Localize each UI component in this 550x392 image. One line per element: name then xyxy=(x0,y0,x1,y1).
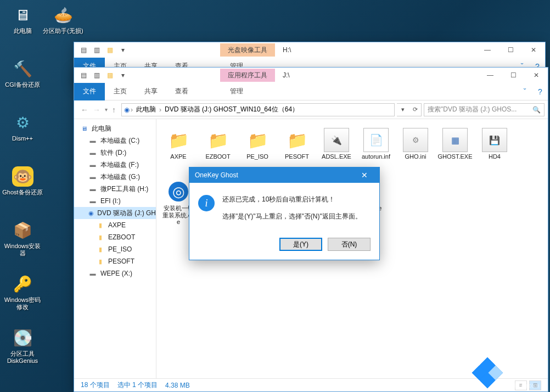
file-label: AXPE xyxy=(170,153,186,160)
back-icon[interactable]: ← xyxy=(81,105,88,114)
contextual-tab-disc-image-tools[interactable]: 光盘映像工具 xyxy=(220,43,275,57)
search-input[interactable]: 搜索"DVD 驱动器 (J:) GHOS... 🔍 xyxy=(424,103,545,116)
up-icon[interactable]: ↑ xyxy=(112,105,116,114)
desktop-icon-Windows安装器[interactable]: Windows安装器 xyxy=(2,219,43,257)
tree-item-label: EZBOOT xyxy=(108,233,135,241)
folder-icon: ▮ xyxy=(96,245,105,253)
tab-manage[interactable]: 管理 xyxy=(221,83,252,100)
ini-icon: ⚙ xyxy=(403,128,428,152)
file-label: GHO.ini xyxy=(405,153,426,160)
tree-item[interactable]: ▬本地磁盘 (F:) xyxy=(74,159,156,171)
close-button[interactable]: ✕ xyxy=(522,42,545,58)
desktop-icon-Ghost备份还原[interactable]: Ghost备份还原 xyxy=(2,165,43,196)
tree-item-label: AXPE xyxy=(108,221,126,229)
desktop-icon-label: 此电脑 xyxy=(2,27,43,35)
tree-item-label: 本地磁盘 (F:) xyxy=(100,160,139,170)
breadcrumb-path[interactable]: DVD 驱动器 (J:) GHOST_WIN10_64位（64） xyxy=(162,105,301,114)
breadcrumb-sep-icon[interactable]: › xyxy=(158,106,162,114)
tree-item[interactable]: ▮PESOFT xyxy=(74,255,156,267)
dialog-titlebar[interactable]: OneKey Ghost ✕ xyxy=(189,167,379,183)
desktop-icon-分区助手(无损)[interactable]: 分区助手(无损) xyxy=(43,3,83,35)
maximize-button[interactable]: ☐ xyxy=(502,68,525,83)
desktop-icon-分区工具DiskGenius[interactable]: 分区工具DiskGenius xyxy=(2,326,43,365)
di-monitor-icon xyxy=(11,3,34,26)
tree-item[interactable]: ▬本地磁盘 (C:) xyxy=(74,135,156,147)
dialog-message-1: 还原已完成，10秒后自动重启计算机！ xyxy=(222,195,362,204)
tree-item[interactable]: ▬EFI (I:) xyxy=(74,195,156,207)
drive-icon: ▬ xyxy=(88,270,97,277)
tree-item[interactable]: ▮PE_ISO xyxy=(74,243,156,255)
file-item[interactable]: ▦GHOST.EXE xyxy=(437,127,473,176)
tree-item[interactable]: ▬微PE工具箱 (H:) xyxy=(74,183,156,195)
desktop-icon-CGI备份还原[interactable]: CGI备份还原 xyxy=(2,57,43,88)
breadcrumb-sep-icon[interactable]: › xyxy=(130,106,134,114)
file-label: PESOFT xyxy=(285,153,309,160)
minimize-button[interactable]: — xyxy=(476,42,499,58)
no-button[interactable]: 否(N) xyxy=(328,238,371,251)
ribbon-collapse-icon[interactable]: ˇ xyxy=(517,87,532,96)
desktop-icon-label: Windows安装器 xyxy=(2,243,43,257)
tree-item[interactable]: ▬WEPE (X:) xyxy=(74,267,156,279)
qat-dropdown-icon[interactable]: ▾ xyxy=(117,44,129,55)
minimize-button[interactable]: — xyxy=(479,68,502,83)
tree-item[interactable]: ▬本地磁盘 (G:) xyxy=(74,171,156,183)
drive-icon: ▬ xyxy=(88,149,97,156)
watermark-text: 系统城 xyxy=(503,365,539,381)
contextual-tab-app-tools[interactable]: 应用程序工具 xyxy=(220,69,275,82)
titlebar[interactable]: ▤ ▥ ▩ ▾ 应用程序工具 J:\ — ☐ ✕ xyxy=(74,68,548,83)
address-dropdown-icon[interactable]: ▾ xyxy=(397,104,409,116)
exe-icon: 💾 xyxy=(482,128,507,152)
file-label: GHOST.EXE xyxy=(438,153,473,160)
tree-item[interactable]: ▮AXPE xyxy=(74,219,156,231)
window-title: H:\ xyxy=(275,46,476,54)
yes-button[interactable]: 是(Y) xyxy=(279,238,322,251)
tree-item[interactable]: 🖥此电脑 xyxy=(74,122,156,135)
maximize-button[interactable]: ☐ xyxy=(499,42,522,58)
file-item[interactable]: ⚙GHO.ini xyxy=(398,127,433,176)
recent-dropdown-icon[interactable]: ▾ xyxy=(105,107,108,113)
refresh-icon[interactable]: ⟳ xyxy=(409,104,421,116)
nav-tree[interactable]: 🖥此电脑▬本地磁盘 (C:)▬软件 (D:)▬本地磁盘 (F:)▬本地磁盘 (G… xyxy=(74,119,156,378)
address-bar-buttons: ▾ ⟳ xyxy=(397,103,422,116)
folder-icon xyxy=(284,128,310,152)
close-button[interactable]: ✕ xyxy=(525,68,548,83)
tree-item[interactable]: ◉DVD 驱动器 (J:) GH xyxy=(74,207,156,219)
qat-props-icon[interactable]: ▥ xyxy=(91,44,103,55)
forward-icon[interactable]: → xyxy=(93,105,100,114)
file-item[interactable]: 💾HD4 xyxy=(477,127,512,176)
tab-view[interactable]: 查看 xyxy=(166,83,197,100)
tab-home[interactable]: 主页 xyxy=(105,83,136,100)
tree-item-label: WEPE (X:) xyxy=(100,270,132,277)
tree-item-label: PESOFT xyxy=(108,257,134,265)
tree-item-label: 微PE工具箱 (H:) xyxy=(100,184,148,194)
tree-item[interactable]: ▬软件 (D:) xyxy=(74,147,156,159)
address-bar[interactable]: ◉ › 此电脑 › DVD 驱动器 (J:) GHOST_WIN10_64位（6… xyxy=(121,103,395,116)
tree-item-label: 软件 (D:) xyxy=(100,148,126,158)
di-key-icon xyxy=(11,272,34,295)
tab-share[interactable]: 共享 xyxy=(136,83,166,100)
tree-item[interactable]: ▮EZBOOT xyxy=(74,231,156,243)
window-title: J:\ xyxy=(275,71,479,79)
drive-icon: ▬ xyxy=(88,161,97,169)
dialog-buttons: 是(Y) 否(N) xyxy=(189,238,379,260)
folder-icon xyxy=(245,128,270,152)
titlebar[interactable]: ▤ ▥ ▩ ▾ 光盘映像工具 H:\ — ☐ ✕ xyxy=(74,42,545,58)
qat-new-folder-icon[interactable]: ▩ xyxy=(104,44,116,55)
di-ape-icon xyxy=(11,165,34,188)
watermark-url: xitongcheng.com xyxy=(497,383,539,389)
qat-dropdown-icon[interactable]: ▾ xyxy=(117,70,129,81)
desktop-icon-Dism++[interactable]: Dism++ xyxy=(2,111,43,142)
desktop-icon-此电脑[interactable]: 此电脑 xyxy=(2,3,43,35)
qat-props-icon[interactable]: ▥ xyxy=(91,70,103,81)
dialog-close-icon[interactable]: ✕ xyxy=(355,171,374,180)
di-disk-icon xyxy=(11,326,34,349)
file-label: EZBOOT xyxy=(205,153,230,160)
tab-file[interactable]: 文件 xyxy=(74,83,105,100)
explorer-icon: ▤ xyxy=(77,70,89,81)
desktop-icon-Windows密码修改[interactable]: Windows密码修改 xyxy=(2,272,43,311)
qat-new-folder-icon[interactable]: ▩ xyxy=(104,70,116,81)
breadcrumb-root[interactable]: 此电脑 xyxy=(134,105,158,114)
search-icon[interactable]: 🔍 xyxy=(532,106,541,114)
tree-item-label: 本地磁盘 (G:) xyxy=(100,172,140,182)
help-icon[interactable]: ? xyxy=(532,87,548,96)
